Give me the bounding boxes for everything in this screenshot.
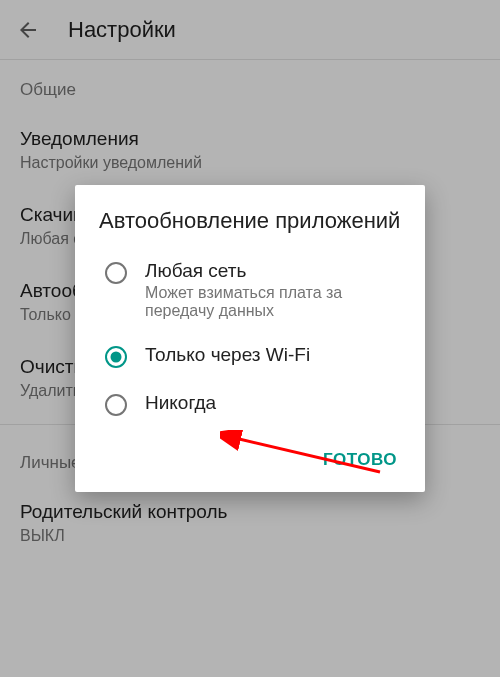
radio-text: Только через Wi-Fi: [145, 344, 310, 366]
radio-sublabel: Может взиматься плата за передачу данных: [145, 284, 401, 320]
done-button[interactable]: ГОТОВО: [311, 440, 409, 480]
dialog-actions: ГОТОВО: [75, 428, 425, 484]
radio-label: Только через Wi-Fi: [145, 344, 310, 366]
radio-option-wifi-only[interactable]: Только через Wi-Fi: [75, 332, 425, 380]
radio-text: Никогда: [145, 392, 216, 414]
radio-text: Любая сеть Может взиматься плата за пере…: [145, 260, 401, 320]
radio-label: Любая сеть: [145, 260, 401, 282]
dialog-title: Автообновление приложений: [75, 207, 425, 248]
radio-option-any-network[interactable]: Любая сеть Может взиматься плата за пере…: [75, 248, 425, 332]
radio-icon: [105, 262, 127, 284]
radio-icon: [105, 346, 127, 368]
autoupdate-dialog: Автообновление приложений Любая сеть Мож…: [75, 185, 425, 492]
radio-icon: [105, 394, 127, 416]
modal-overlay[interactable]: Автообновление приложений Любая сеть Мож…: [0, 0, 500, 677]
radio-label: Никогда: [145, 392, 216, 414]
radio-option-never[interactable]: Никогда: [75, 380, 425, 428]
